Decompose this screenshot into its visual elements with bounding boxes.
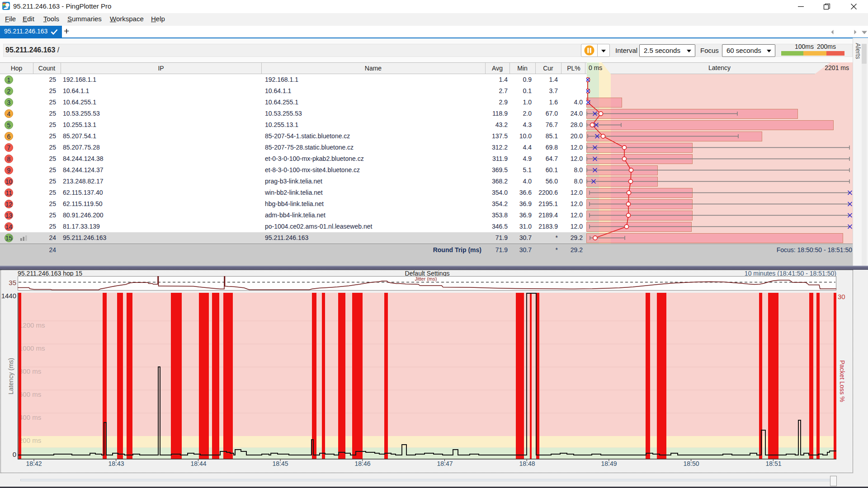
svg-text:400 ms: 400 ms bbox=[19, 413, 41, 421]
svg-text:Jitter (ms): Jitter (ms) bbox=[415, 276, 437, 282]
svg-text:200 ms: 200 ms bbox=[19, 436, 41, 444]
svg-text:800 ms: 800 ms bbox=[19, 367, 41, 375]
svg-text:1000 ms: 1000 ms bbox=[19, 344, 45, 352]
svg-text:1200 ms: 1200 ms bbox=[19, 321, 45, 329]
svg-text:600 ms: 600 ms bbox=[19, 390, 41, 398]
